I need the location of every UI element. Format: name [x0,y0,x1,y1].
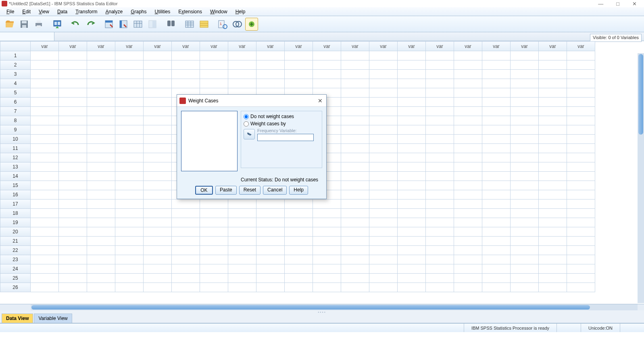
data-cell[interactable] [482,70,511,79]
data-cell[interactable] [539,190,567,199]
data-cell[interactable] [454,218,482,227]
data-cell[interactable] [369,227,398,237]
data-cell[interactable] [59,227,87,237]
data-cell[interactable] [115,116,144,125]
data-cell[interactable] [200,79,228,88]
data-cell[interactable] [115,60,144,70]
data-cell[interactable] [144,190,172,199]
data-cell[interactable] [59,51,87,60]
data-cell[interactable] [426,88,454,98]
data-cell[interactable] [144,172,172,181]
data-cell[interactable] [454,246,482,255]
data-cell[interactable] [539,79,567,88]
data-cell[interactable] [426,181,454,190]
data-cell[interactable] [341,283,369,292]
dialog-titlebar[interactable]: Weight Cases ✕ [177,95,326,107]
horizontal-scrollbar-thumb[interactable] [31,305,590,310]
data-cell[interactable] [511,218,539,227]
data-cell[interactable] [369,135,398,144]
data-cell[interactable] [31,172,59,181]
data-cell[interactable] [567,153,595,162]
data-cell[interactable] [115,218,144,227]
row-header[interactable]: 8 [0,116,31,125]
data-cell[interactable] [511,274,539,283]
data-cell[interactable] [454,199,482,209]
data-cell[interactable] [482,283,511,292]
data-cell[interactable] [313,209,341,218]
data-cell[interactable] [87,264,115,274]
data-cell[interactable] [313,218,341,227]
menu-data[interactable]: Data [53,8,71,15]
data-cell[interactable] [115,144,144,153]
data-cell[interactable] [454,153,482,162]
row-header[interactable]: 11 [0,144,31,153]
data-cell[interactable] [31,162,59,172]
data-cell[interactable] [482,144,511,153]
open-file-icon[interactable] [3,18,16,31]
data-cell[interactable] [398,264,426,274]
data-cell[interactable] [567,125,595,135]
data-cell[interactable] [144,218,172,227]
data-cell[interactable] [454,107,482,116]
cell-name-box[interactable] [0,32,54,41]
data-cell[interactable] [144,98,172,107]
data-cell[interactable] [539,51,567,60]
column-header[interactable]: var [172,42,200,51]
data-cell[interactable] [426,172,454,181]
data-cell[interactable] [341,162,369,172]
data-cell[interactable] [567,255,595,264]
data-cell[interactable] [482,153,511,162]
data-cell[interactable] [313,283,341,292]
data-cell[interactable] [341,246,369,255]
select-cases-icon[interactable]: 1 [216,18,229,31]
data-cell[interactable] [285,199,313,209]
data-cell[interactable] [567,70,595,79]
row-header[interactable]: 9 [0,125,31,135]
data-cell[interactable] [567,135,595,144]
data-cell[interactable] [144,199,172,209]
row-header[interactable]: 22 [0,246,31,255]
menu-view[interactable]: View [35,8,53,15]
data-cell[interactable] [398,125,426,135]
data-cell[interactable] [454,144,482,153]
data-cell[interactable] [87,98,115,107]
data-cell[interactable] [87,227,115,237]
data-cell[interactable] [59,264,87,274]
find-icon[interactable] [165,18,177,31]
data-cell[interactable] [115,135,144,144]
data-cell[interactable] [369,218,398,227]
column-header[interactable]: var [426,42,454,51]
data-cell[interactable] [567,246,595,255]
column-header[interactable]: var [567,42,595,51]
data-cell[interactable] [341,209,369,218]
data-cell[interactable] [256,227,285,237]
data-cell[interactable] [398,190,426,199]
recall-dialog-icon[interactable] [51,18,64,31]
menu-help[interactable]: Help [231,8,250,15]
data-cell[interactable] [87,70,115,79]
column-header[interactable]: var [285,42,313,51]
data-cell[interactable] [313,79,341,88]
data-cell[interactable] [59,98,87,107]
column-header[interactable]: var [341,42,369,51]
data-cell[interactable] [115,162,144,172]
data-cell[interactable] [369,79,398,88]
data-cell[interactable] [567,98,595,107]
data-cell[interactable] [144,135,172,144]
column-header[interactable]: var [398,42,426,51]
data-cell[interactable] [172,51,200,60]
data-cell[interactable] [313,70,341,79]
data-cell[interactable] [482,264,511,274]
data-cell[interactable] [511,227,539,237]
data-cell[interactable] [482,209,511,218]
data-cell[interactable] [369,60,398,70]
data-cell[interactable] [285,255,313,264]
data-cell[interactable] [398,181,426,190]
data-cell[interactable] [87,153,115,162]
column-header[interactable]: var [369,42,398,51]
row-header[interactable]: 2 [0,60,31,70]
data-cell[interactable] [511,199,539,209]
cell-value-box[interactable] [54,32,644,41]
data-cell[interactable] [31,218,59,227]
column-header[interactable]: var [87,42,115,51]
